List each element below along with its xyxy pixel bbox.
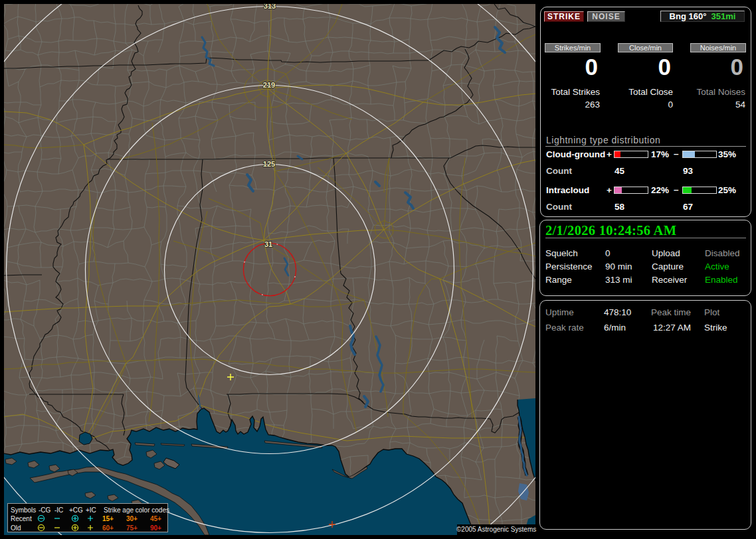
svg-text:125: 125 xyxy=(263,160,275,168)
svg-text:31: 31 xyxy=(264,240,272,248)
svg-text:313: 313 xyxy=(264,2,276,10)
svg-text:219: 219 xyxy=(263,81,275,89)
